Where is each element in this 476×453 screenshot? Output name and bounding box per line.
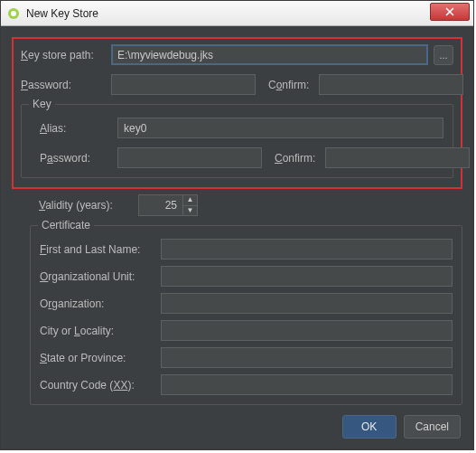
keystore-password-label: Password: — [21, 79, 111, 91]
close-button[interactable] — [430, 3, 470, 21]
alias-input[interactable] — [117, 118, 443, 138]
validity-label: Validity (years): — [39, 199, 138, 212]
keystore-path-input[interactable] — [111, 44, 428, 65]
validity-spinner[interactable]: ▲ ▼ — [138, 194, 198, 216]
keystore-password-input[interactable] — [111, 74, 256, 95]
dialog-content: Key store path: ... Password: Confirm: K… — [1, 26, 473, 449]
dialog-window: New Key Store Key store path: ... Passwo… — [0, 0, 474, 450]
first-last-input[interactable] — [161, 239, 453, 260]
state-label: State or Province: — [40, 352, 161, 364]
certificate-group: Certificate First and Last Name: Organiz… — [30, 225, 462, 405]
first-last-label: First and Last Name: — [40, 243, 161, 256]
button-bar: OK Cancel — [342, 415, 461, 439]
org-label: Organization: — [40, 297, 161, 310]
key-group: Key Alias: Password: Confirm: — [21, 104, 453, 178]
titlebar[interactable]: New Key Store — [1, 1, 473, 26]
key-password-label: Password: — [40, 152, 117, 165]
org-unit-input[interactable] — [161, 266, 453, 287]
state-input[interactable] — [161, 347, 453, 368]
key-password-input[interactable] — [117, 147, 262, 168]
cancel-button[interactable]: Cancel — [404, 415, 461, 439]
svg-point-1 — [11, 11, 16, 16]
city-input[interactable] — [161, 320, 453, 341]
key-group-title: Key — [29, 98, 55, 110]
country-label: Country Code (XX): — [40, 379, 161, 392]
alias-label: Alias: — [40, 122, 117, 135]
org-unit-label: Organizational Unit: — [40, 270, 161, 283]
key-confirm-input[interactable] — [325, 147, 470, 168]
city-label: City or Locality: — [40, 325, 161, 337]
keystore-confirm-input[interactable] — [319, 74, 463, 95]
certificate-group-title: Certificate — [38, 219, 94, 231]
highlight-region: Key store path: ... Password: Confirm: K… — [12, 37, 462, 189]
window-title: New Key Store — [26, 7, 430, 20]
keystore-path-label: Key store path: — [21, 49, 111, 61]
close-icon — [445, 7, 454, 16]
spinner-down-icon[interactable]: ▼ — [183, 206, 197, 216]
country-input[interactable] — [161, 374, 453, 395]
browse-button[interactable]: ... — [434, 45, 453, 65]
keystore-confirm-label: Confirm: — [268, 79, 319, 91]
org-input[interactable] — [161, 293, 453, 314]
validity-input[interactable] — [139, 195, 182, 215]
key-confirm-label: Confirm: — [275, 152, 325, 165]
app-icon — [6, 6, 21, 21]
ok-button[interactable]: OK — [342, 415, 397, 439]
spinner-up-icon[interactable]: ▲ — [183, 195, 197, 206]
